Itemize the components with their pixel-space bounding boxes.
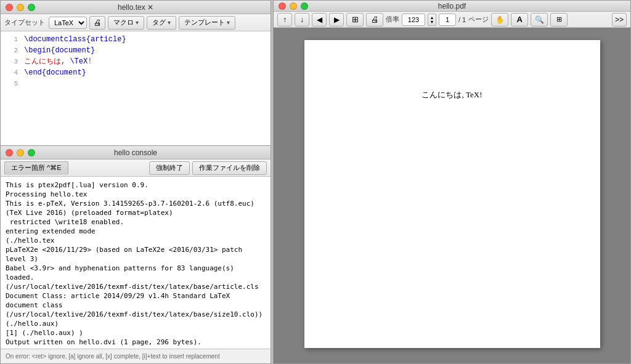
- page-input[interactable]: [439, 14, 456, 26]
- console-minimize-btn[interactable]: [17, 149, 24, 156]
- force-stop-button[interactable]: 強制終了: [149, 161, 190, 175]
- macro-label: マクロ: [113, 18, 134, 27]
- print-button[interactable]: 🖨: [89, 16, 105, 30]
- editor-line: 4 \end{document}: [6, 67, 266, 78]
- pdf-titlebar: hello.pdf: [274, 1, 630, 12]
- line-number: 5: [6, 78, 18, 89]
- fit-page-icon: ⊞: [352, 15, 359, 24]
- hand-tool-button[interactable]: ✋: [491, 13, 508, 26]
- console-output: This is ptex2pdf[.lua] version 0.9. Proc…: [1, 177, 271, 349]
- print-pdf-button[interactable]: 🖨: [366, 13, 383, 26]
- line-number: 4: [6, 67, 18, 78]
- grid-icon: ⊞: [556, 15, 562, 23]
- pdf-content-area[interactable]: こんにちは, TeX!: [274, 28, 630, 363]
- template-chevron-icon: ▾: [227, 19, 230, 26]
- editor-line: 2 \begin{document}: [6, 45, 266, 56]
- zoom-up-icon: ▲: [430, 15, 434, 20]
- editor-line: 1 \documentclass{article}: [6, 34, 266, 45]
- pdf-window-title: hello.pdf: [438, 2, 466, 10]
- fit-page-button[interactable]: ⊞: [346, 13, 364, 26]
- zoom-input[interactable]: [402, 14, 425, 26]
- editor-minimize-btn[interactable]: [17, 4, 24, 11]
- template-button[interactable]: テンプレート ▾: [179, 16, 235, 30]
- text-select-button[interactable]: A: [511, 13, 528, 26]
- down-arrow-icon: ↓: [300, 15, 304, 24]
- delete-work-button[interactable]: 作業ファイルを削除: [192, 161, 267, 175]
- console-footer: On error: <ret> ignore, [a] ignore all, …: [1, 349, 271, 363]
- pdf-nav-toolbar: ↑ ↓ ◀ ▶ ⊞ 🖨 倍率 ▲ ▼ / 1: [274, 12, 630, 27]
- editor-line: 3 こんにちは, \TeX!: [6, 56, 266, 67]
- error-tab[interactable]: エラー箇所 ^⌘E: [4, 161, 68, 175]
- console-titlebar: hello console: [1, 146, 271, 160]
- pdf-up-button[interactable]: ↑: [277, 13, 292, 26]
- zoom-label: 倍率: [386, 15, 399, 24]
- console-toolbar: エラー箇所 ^⌘E 強制終了 作業ファイルを削除: [1, 160, 271, 177]
- pdf-toolbar: hello.pdf ↑ ↓ ◀ ▶ ⊞ 🖨 倍率: [274, 1, 630, 28]
- pdf-page-text: こんにちは, TeX!: [421, 89, 482, 100]
- pdf-down-button[interactable]: ↓: [295, 13, 309, 26]
- editor-line: 5: [6, 78, 266, 89]
- macro-button[interactable]: マクロ ▾: [108, 16, 144, 30]
- pdf-minimize-btn[interactable]: [290, 2, 297, 10]
- next-arrow-icon: ▶: [334, 15, 340, 24]
- pdf-page: こんにちは, TeX!: [304, 40, 600, 348]
- console-window: hello console エラー箇所 ^⌘E 強制終了 作業ファイルを削除 T…: [0, 145, 271, 364]
- zoom-stepper[interactable]: ▲ ▼: [428, 14, 436, 26]
- line-number: 3: [6, 56, 18, 67]
- editor-window-controls: [6, 4, 35, 11]
- search-button[interactable]: 🔍: [531, 13, 548, 26]
- editor-toolbar: タイプセット LaTeX 🖨 マクロ ▾ タグ ▾ テンプレート ▾: [1, 14, 271, 31]
- console-footer-text: On error: <ret> ignore, [a] ignore all, …: [6, 353, 220, 360]
- line-content: \begin{document}: [24, 45, 266, 56]
- line-content: \documentclass{article}: [24, 34, 266, 45]
- engine-select[interactable]: LaTeX: [49, 17, 87, 29]
- pdf-close-btn[interactable]: [279, 2, 286, 10]
- console-close-btn[interactable]: [6, 149, 13, 156]
- prev-arrow-icon: ◀: [317, 15, 322, 24]
- pdf-prev-button[interactable]: ◀: [312, 13, 327, 26]
- template-label: テンプレート: [184, 18, 225, 27]
- console-window-title: hello console: [114, 148, 157, 157]
- line-content: こんにちは, \TeX!: [24, 56, 266, 67]
- pdf-next-button[interactable]: ▶: [329, 13, 344, 26]
- up-arrow-icon: ↑: [283, 15, 287, 24]
- line-content: [24, 78, 266, 89]
- macro-chevron-icon: ▾: [136, 19, 139, 26]
- line-number: 1: [6, 34, 18, 45]
- tag-chevron-icon: ▾: [168, 19, 171, 26]
- console-maximize-btn[interactable]: [28, 149, 35, 156]
- typeset-label: タイプセット: [4, 18, 45, 27]
- line-content: \end{document}: [24, 67, 266, 78]
- pdf-window: hello.pdf ↑ ↓ ◀ ▶ ⊞ 🖨 倍率: [273, 0, 631, 364]
- print-pdf-icon: 🖨: [371, 15, 379, 24]
- grid-view-button[interactable]: ⊞: [550, 13, 568, 26]
- console-window-controls: [6, 149, 35, 156]
- page-label: ページ: [468, 15, 489, 24]
- more-icon: >>: [615, 15, 624, 24]
- editor-window-title: hello.tex ✕: [118, 3, 153, 12]
- text-select-icon: A: [517, 15, 523, 24]
- page-separator: / 1: [458, 16, 466, 23]
- hand-icon: ✋: [495, 15, 505, 24]
- zoom-down-icon: ▼: [430, 20, 434, 24]
- search-icon: 🔍: [535, 15, 544, 24]
- tag-label: タグ: [152, 18, 166, 27]
- tag-button[interactable]: タグ ▾: [147, 16, 176, 30]
- pdf-window-controls: [279, 2, 308, 10]
- more-button[interactable]: >>: [612, 13, 627, 26]
- editor-titlebar: hello.tex ✕: [1, 1, 271, 14]
- pdf-maximize-btn[interactable]: [301, 2, 308, 10]
- editor-close-btn[interactable]: [6, 4, 13, 11]
- line-number: 2: [6, 45, 18, 56]
- editor-maximize-btn[interactable]: [28, 4, 35, 11]
- console-text: This is ptex2pdf[.lua] version 0.9. Proc…: [6, 180, 266, 349]
- print-icon: 🖨: [94, 18, 102, 27]
